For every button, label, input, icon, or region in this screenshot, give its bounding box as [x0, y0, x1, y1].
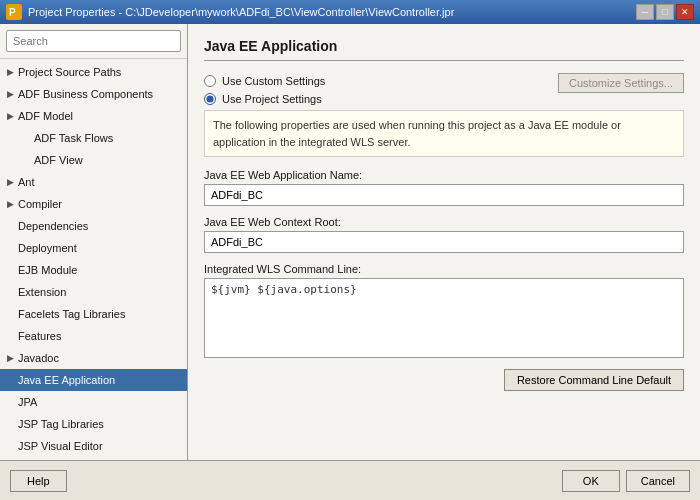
- web-app-name-label: Java EE Web Application Name:: [204, 169, 684, 181]
- tree-label-adf-model: ADF Model: [18, 107, 73, 125]
- section-title: Java EE Application: [204, 38, 684, 61]
- expand-icon-ant: ▶: [4, 176, 16, 188]
- content-area: ▶Project Source Paths▶ADF Business Compo…: [0, 24, 700, 460]
- tree-label-ant: Ant: [18, 173, 35, 191]
- cancel-button[interactable]: Cancel: [626, 470, 690, 492]
- tree-container: ▶Project Source Paths▶ADF Business Compo…: [0, 59, 187, 460]
- maximize-button[interactable]: □: [656, 4, 674, 20]
- tree-label-jsp-visual-editor: JSP Visual Editor: [18, 437, 103, 455]
- tree-label-adf-view: ADF View: [34, 151, 83, 169]
- tree-item-javadoc[interactable]: ▶Javadoc: [0, 347, 187, 369]
- tree-label-jpa: JPA: [18, 393, 37, 411]
- expand-icon-adf-task-flows: [20, 132, 32, 144]
- tree-item-ejb-module[interactable]: EJB Module: [0, 259, 187, 281]
- tree-label-adf-business-components: ADF Business Components: [18, 85, 153, 103]
- minimize-button[interactable]: ─: [636, 4, 654, 20]
- expand-icon-java-ee-application: [4, 374, 16, 386]
- expand-icon-project-source-paths: ▶: [4, 66, 16, 78]
- close-button[interactable]: ✕: [676, 4, 694, 20]
- tree-item-compiler[interactable]: ▶Compiler: [0, 193, 187, 215]
- expand-icon-extension: [4, 286, 16, 298]
- tree-item-dependencies[interactable]: Dependencies: [0, 215, 187, 237]
- radio-project-label: Use Project Settings: [222, 93, 322, 105]
- customize-settings-button[interactable]: Customize Settings...: [558, 73, 684, 93]
- web-context-root-label: Java EE Web Context Root:: [204, 216, 684, 228]
- window-title: Project Properties - C:\JDeveloper\mywor…: [28, 6, 454, 18]
- radio-project-settings[interactable]: [204, 93, 216, 105]
- expand-icon-javadoc: ▶: [4, 352, 16, 364]
- tree-item-adf-business-components[interactable]: ▶ADF Business Components: [0, 83, 187, 105]
- tree-label-dependencies: Dependencies: [18, 217, 88, 235]
- radio-row-custom: Use Custom Settings Customize Settings..…: [204, 73, 684, 93]
- left-panel: ▶Project Source Paths▶ADF Business Compo…: [0, 24, 188, 460]
- tree-item-ant[interactable]: ▶Ant: [0, 171, 187, 193]
- tree-item-adf-view[interactable]: ADF View: [0, 149, 187, 171]
- expand-icon-jsp-visual-editor: [4, 440, 16, 452]
- expand-icon-deployment: [4, 242, 16, 254]
- web-app-name-input[interactable]: [204, 184, 684, 206]
- expand-icon-adf-business-components: ▶: [4, 88, 16, 100]
- ok-button[interactable]: OK: [562, 470, 620, 492]
- restore-btn-row: Restore Command Line Default: [204, 369, 684, 391]
- app-icon: P: [6, 4, 22, 20]
- tree-item-jpa[interactable]: JPA: [0, 391, 187, 413]
- radio-custom-settings[interactable]: [204, 75, 216, 87]
- tree-item-adf-model[interactable]: ▶ADF Model: [0, 105, 187, 127]
- main-container: ▶Project Source Paths▶ADF Business Compo…: [0, 24, 700, 500]
- expand-icon-facelets-tag-libraries: [4, 308, 16, 320]
- expand-icon-jsp-tag-libraries: [4, 418, 16, 430]
- bottom-bar: Help OK Cancel: [0, 460, 700, 500]
- tree-item-deployment[interactable]: Deployment: [0, 237, 187, 259]
- expand-icon-adf-model: ▶: [4, 110, 16, 122]
- help-button[interactable]: Help: [10, 470, 67, 492]
- tree-item-facelets-tag-libraries[interactable]: Facelets Tag Libraries: [0, 303, 187, 325]
- tree-label-compiler: Compiler: [18, 195, 62, 213]
- tree-item-adf-task-flows[interactable]: ADF Task Flows: [0, 127, 187, 149]
- expand-icon-adf-view: [20, 154, 32, 166]
- tree-label-deployment: Deployment: [18, 239, 77, 257]
- tree-label-project-source-paths: Project Source Paths: [18, 63, 121, 81]
- tree-item-java-ee-application[interactable]: Java EE Application: [0, 369, 187, 391]
- expand-icon-compiler: ▶: [4, 198, 16, 210]
- command-line-textarea[interactable]: [204, 278, 684, 358]
- tree-item-features[interactable]: Features: [0, 325, 187, 347]
- tree-item-jsp-tag-libraries[interactable]: JSP Tag Libraries: [0, 413, 187, 435]
- tree-label-extension: Extension: [18, 283, 66, 301]
- radio-row-project: Use Project Settings: [204, 93, 684, 105]
- tree-label-features: Features: [18, 327, 61, 345]
- tree-label-adf-task-flows: ADF Task Flows: [34, 129, 113, 147]
- right-panel: Java EE Application Use Custom Settings …: [188, 24, 700, 460]
- svg-text:P: P: [9, 7, 16, 18]
- info-box: The following properties are used when r…: [204, 110, 684, 157]
- title-bar: P Project Properties - C:\JDeveloper\myw…: [0, 0, 700, 24]
- tree-item-jsp-visual-editor[interactable]: JSP Visual Editor: [0, 435, 187, 457]
- tree-label-java-ee-application: Java EE Application: [18, 371, 115, 389]
- tree-label-jsp-tag-libraries: JSP Tag Libraries: [18, 415, 104, 433]
- tree-item-project-source-paths[interactable]: ▶Project Source Paths: [0, 61, 187, 83]
- tree-item-extension[interactable]: Extension: [0, 281, 187, 303]
- tree-label-facelets-tag-libraries: Facelets Tag Libraries: [18, 305, 125, 323]
- ok-cancel-group: OK Cancel: [562, 470, 690, 492]
- tree-label-ejb-module: EJB Module: [18, 261, 77, 279]
- radio-custom-label: Use Custom Settings: [222, 75, 325, 87]
- restore-command-line-button[interactable]: Restore Command Line Default: [504, 369, 684, 391]
- web-context-root-input[interactable]: [204, 231, 684, 253]
- search-input[interactable]: [6, 30, 181, 52]
- expand-icon-ejb-module: [4, 264, 16, 276]
- expand-icon-dependencies: [4, 220, 16, 232]
- command-line-label: Integrated WLS Command Line:: [204, 263, 684, 275]
- expand-icon-features: [4, 330, 16, 342]
- search-box-container: [0, 24, 187, 59]
- expand-icon-jpa: [4, 396, 16, 408]
- tree-label-javadoc: Javadoc: [18, 349, 59, 367]
